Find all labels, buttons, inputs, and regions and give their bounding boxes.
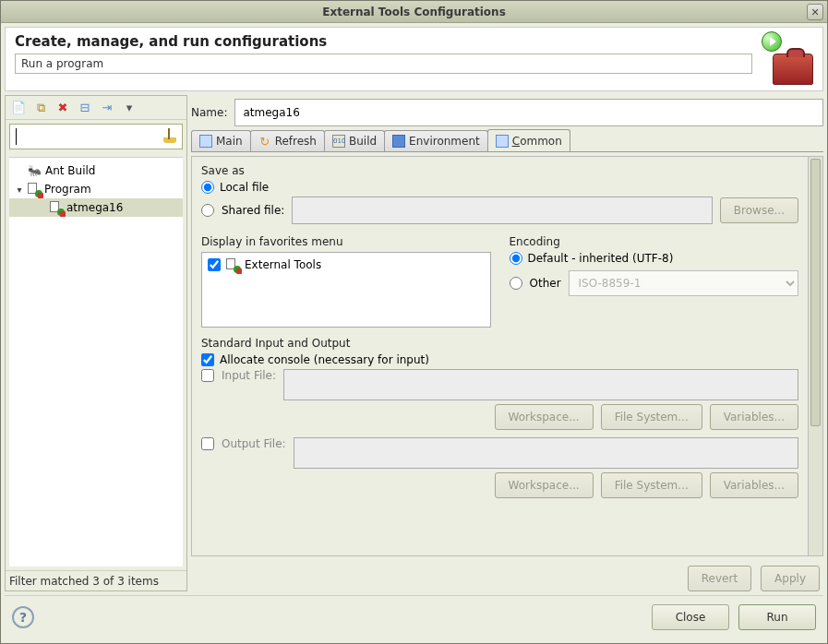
favorites-title: Display in favorites menu (201, 235, 491, 248)
output-file-checkbox[interactable] (201, 437, 214, 450)
header-subtitle: Run a program (15, 54, 752, 74)
encoding-other-radio[interactable] (510, 277, 522, 290)
window-close-button[interactable]: ✕ (807, 4, 823, 20)
shared-file-radio[interactable] (201, 204, 214, 217)
tab-label: Refresh (275, 135, 317, 148)
output-filesystem-button: File System... (601, 472, 702, 498)
tab-main[interactable]: Main (191, 130, 251, 151)
vertical-scrollbar[interactable] (808, 157, 822, 555)
favorites-list[interactable]: External Tools (201, 252, 491, 328)
input-btn-row: Workspace... File System... Variables... (201, 404, 798, 430)
duplicate-config-icon[interactable]: ⧉ (33, 101, 48, 115)
filter-status: Filter matched 3 of 3 items (6, 570, 186, 590)
allocate-console-label: Allocate console (necessary for input) (220, 353, 429, 366)
titlebar: External Tools Configurations ✕ (1, 1, 827, 23)
io-title: Standard Input and Output (201, 337, 798, 350)
encoding-title: Encoding (510, 235, 799, 248)
local-file-radio[interactable] (201, 181, 214, 194)
window-title: External Tools Configurations (322, 6, 506, 18)
encoding-default-label: Default - inherited (UTF-8) (528, 252, 674, 265)
tree-item-atmega16[interactable]: atmega16 (9, 198, 183, 217)
run-icon (762, 31, 782, 52)
input-variables-button: Variables... (710, 404, 798, 430)
twisty-icon[interactable]: ▾ (15, 185, 24, 195)
tab-environment[interactable]: Environment (384, 130, 488, 151)
input-file-label: Input File: (222, 369, 276, 382)
common-tab-content: Save as Local file Shared file: Browse..… (192, 157, 808, 555)
apply-button: Apply (761, 566, 820, 591)
tab-strip: Main ↻Refresh Build Environment Common (191, 130, 823, 152)
tab-label: Build (349, 135, 377, 148)
input-file-row: Input File: (201, 369, 798, 400)
config-detail-pane: Name: Main ↻Refresh Build Environment Co… (191, 95, 823, 591)
encoding-col: Encoding Default - inherited (UTF-8) Oth… (510, 233, 799, 328)
run-button[interactable]: Run (738, 604, 816, 630)
save-as-title: Save as (201, 164, 798, 177)
tree-item-ant-build[interactable]: 🐜 Ant Build (9, 161, 183, 180)
output-btn-row: Workspace... File System... Variables... (201, 472, 798, 498)
tab-content-scroll: Save as Local file Shared file: Browse..… (191, 156, 823, 556)
shared-file-input (292, 197, 712, 224)
favorites-item[interactable]: External Tools (208, 258, 485, 271)
encoding-default-radio[interactable] (510, 252, 522, 265)
encoding-other-label: Other (530, 277, 561, 290)
header-text-area: Create, manage, and run configurations R… (15, 33, 752, 74)
filter-field-wrap (6, 120, 186, 153)
filter-menu-icon[interactable]: ▾ (122, 101, 137, 115)
favorites-col: Display in favorites menu External Tools (201, 233, 491, 328)
input-workspace-button: Workspace... (495, 404, 594, 430)
config-tree[interactable]: 🐜 Ant Build ▾ Program atmega16 (9, 157, 183, 566)
revert-apply-row: Revert Apply (191, 560, 823, 591)
clear-filter-icon[interactable] (162, 128, 178, 145)
allocate-console-row: Allocate console (necessary for input) (201, 353, 798, 366)
dialog-content: Create, manage, and run configurations R… (1, 23, 827, 643)
name-row: Name: (191, 95, 823, 126)
encoding-combo: ISO-8859-1 (569, 270, 798, 296)
input-filesystem-button: File System... (601, 404, 702, 430)
collapse-all-icon[interactable]: ⊟ (78, 101, 92, 115)
revert-button: Revert (688, 566, 751, 591)
program-icon (28, 183, 41, 196)
tab-label: Common (512, 135, 562, 148)
ant-icon: 🐜 (28, 164, 42, 177)
output-workspace-button: Workspace... (495, 472, 594, 498)
output-file-label: Output File: (222, 437, 286, 450)
tree-label: Ant Build (45, 164, 95, 177)
output-file-row: Output File: (201, 437, 798, 469)
body-row: 📄 ⧉ ✖ ⊟ ⇥ ▾ 🐜 An (5, 95, 823, 591)
input-file-input (283, 369, 798, 400)
scrollbar-thumb[interactable] (810, 159, 821, 426)
input-file-checkbox[interactable] (201, 369, 214, 382)
name-input[interactable] (234, 99, 823, 126)
program-icon (50, 201, 63, 214)
tab-refresh[interactable]: ↻Refresh (250, 130, 325, 151)
tab-build[interactable]: Build (324, 130, 385, 151)
output-file-input (294, 437, 798, 469)
local-file-radio-row: Local file (201, 181, 798, 194)
io-section: Standard Input and Output Allocate conso… (201, 337, 798, 498)
browse-button: Browse... (720, 197, 798, 223)
dialog-window: External Tools Configurations ✕ Create, … (0, 0, 828, 644)
delete-config-icon[interactable]: ✖ (55, 101, 70, 115)
shared-file-label: Shared file: (222, 204, 284, 217)
close-button[interactable]: Close (652, 604, 729, 630)
header-banner: Create, manage, and run configurations R… (5, 27, 823, 91)
allocate-console-checkbox[interactable] (201, 353, 214, 366)
new-config-icon[interactable]: 📄 (11, 101, 26, 115)
tree-item-program[interactable]: ▾ Program (9, 180, 183, 198)
tree-label: Program (44, 183, 91, 196)
favorites-item-label: External Tools (245, 258, 321, 271)
expand-icon[interactable]: ⇥ (100, 101, 114, 115)
header-title: Create, manage, and run configurations (15, 33, 752, 50)
favorites-checkbox[interactable] (208, 258, 221, 271)
tab-label: Environment (409, 135, 480, 148)
tab-common[interactable]: Common (487, 129, 570, 151)
tab-label: Main (216, 135, 243, 148)
two-col: Display in favorites menu External Tools (201, 233, 798, 328)
left-toolbar: 📄 ⧉ ✖ ⊟ ⇥ ▾ (6, 96, 186, 120)
filter-input[interactable] (9, 124, 183, 149)
tree-label: atmega16 (66, 201, 123, 214)
configurations-pane: 📄 ⧉ ✖ ⊟ ⇥ ▾ 🐜 An (5, 95, 187, 591)
shared-file-row: Shared file: Browse... (201, 197, 798, 224)
help-button[interactable]: ? (12, 606, 34, 628)
